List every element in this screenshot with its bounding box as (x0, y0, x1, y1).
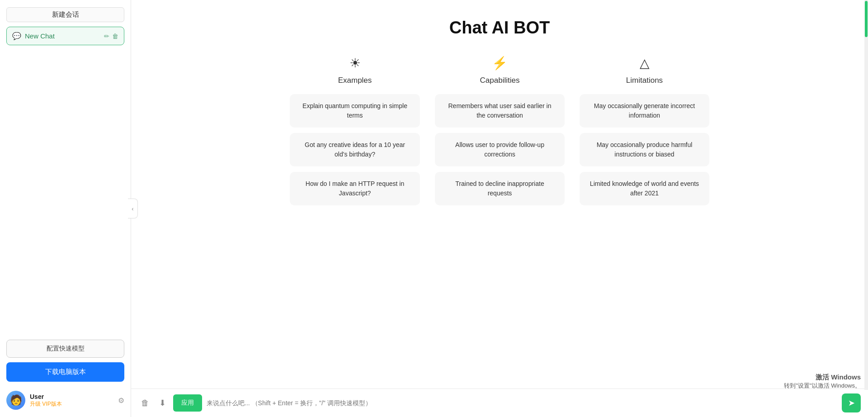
example-card-1[interactable]: Explain quantum computing in simple term… (290, 94, 420, 128)
capability-card-1: Remembers what user said earlier in the … (435, 94, 565, 128)
main-content-area: Chat AI BOT ☀ Examples Explain quantum c… (131, 0, 868, 417)
info-grid: ☀ Examples Explain quantum computing in … (283, 56, 717, 211)
example-card-2[interactable]: Got any creative ideas for a 10 year old… (290, 133, 420, 166)
chat-item[interactable]: 💬 New Chat ✏ 🗑 (6, 27, 124, 45)
chat-input[interactable] (207, 399, 837, 407)
apply-button[interactable]: 应用 (173, 394, 202, 412)
avatar: 🧑 (6, 391, 25, 410)
column-examples: ☀ Examples Explain quantum computing in … (283, 56, 427, 211)
new-chat-label: 新建会话 (6, 7, 124, 22)
examples-header: Examples (338, 76, 372, 85)
chat-item-actions: ✏ 🗑 (104, 33, 118, 40)
config-model-button[interactable]: 配置快速模型 (6, 340, 124, 358)
limitation-card-2: May occasionally produce harmful instruc… (580, 133, 709, 166)
download-icon[interactable]: ⬇ (156, 395, 169, 411)
collapse-arrow[interactable]: ‹ (128, 199, 138, 218)
edit-icon[interactable]: ✏ (104, 33, 109, 40)
capability-card-3: Trained to decline inappropriate request… (435, 172, 565, 205)
limitation-card-1: May occasionally generate incorrect info… (580, 94, 709, 128)
column-capabilities: ⚡ Capabilities Remembers what user said … (427, 56, 572, 211)
capabilities-icon: ⚡ (492, 56, 508, 71)
page-title: Chat AI BOT (449, 18, 550, 38)
delete-icon[interactable]: 🗑 (112, 33, 118, 40)
limitations-icon: △ (640, 56, 650, 71)
user-vip-label[interactable]: 升级 VIP版本 (30, 400, 113, 408)
column-limitations: △ Limitations May occasionally generate … (572, 56, 717, 211)
limitation-card-3: Limited knowledge of world and events af… (580, 172, 709, 205)
capabilities-header: Capabilities (480, 76, 520, 85)
trash-icon[interactable]: 🗑 (138, 396, 152, 411)
example-card-3[interactable]: How do I make an HTTP request in Javascr… (290, 172, 420, 205)
capability-card-2: Allows user to provide follow-up correct… (435, 133, 565, 166)
user-name: User (30, 393, 113, 400)
user-section: 🧑 User 升级 VIP版本 ⚙ (6, 386, 124, 410)
main-scroll-area: Chat AI BOT ☀ Examples Explain quantum c… (131, 0, 868, 389)
scrollbar-track[interactable] (864, 0, 868, 390)
settings-icon[interactable]: ⚙ (118, 396, 124, 405)
scrollbar-thumb[interactable] (865, 1, 868, 37)
sidebar: 新建会话 💬 New Chat ✏ 🗑 ‹ 配置快速模型 下载电脑版本 🧑 Us… (0, 0, 131, 417)
download-button[interactable]: 下载电脑版本 (6, 362, 124, 382)
user-info: User 升级 VIP版本 (30, 393, 113, 408)
bottom-bar: 🗑 ⬇ 应用 ➤ (131, 389, 868, 417)
sidebar-bottom: 配置快速模型 下载电脑版本 🧑 User 升级 VIP版本 ⚙ (6, 340, 124, 410)
examples-icon: ☀ (349, 56, 361, 71)
send-button[interactable]: ➤ (842, 393, 861, 412)
limitations-header: Limitations (626, 76, 663, 85)
chat-item-label: New Chat (25, 32, 100, 40)
chat-icon: 💬 (12, 32, 21, 40)
